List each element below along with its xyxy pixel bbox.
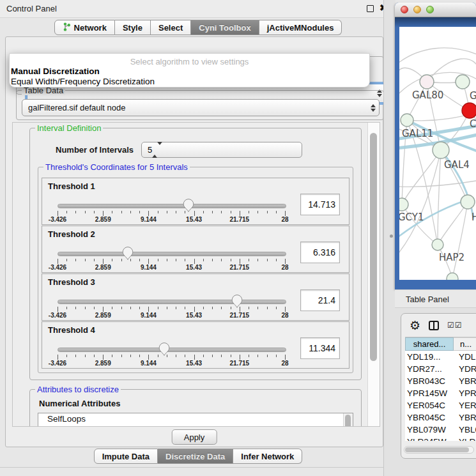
slider-track[interactable] bbox=[58, 204, 286, 208]
table-cell[interactable]: YLR345W bbox=[405, 437, 454, 441]
network-window-titlebar[interactable] bbox=[395, 3, 476, 17]
attributes-group-title: Attributes to discretize bbox=[35, 385, 121, 394]
apply-button[interactable]: Apply bbox=[172, 429, 217, 445]
network-node-gcy1[interactable] bbox=[399, 198, 408, 211]
table-row[interactable]: YBR045CYBR0... bbox=[405, 411, 476, 424]
table-cell[interactable]: YBL0... bbox=[454, 425, 476, 434]
tab-style[interactable]: Style bbox=[115, 20, 151, 35]
table-row[interactable]: YBR043CYBR0... bbox=[405, 375, 476, 387]
slider-thumb[interactable] bbox=[122, 247, 134, 260]
slider-thumb[interactable] bbox=[158, 342, 170, 356]
tab-cyni-toolbox[interactable]: Cyni Toolbox bbox=[191, 20, 259, 35]
network-node-gal80[interactable] bbox=[420, 75, 434, 89]
table-row[interactable]: YDL19...YDL1... bbox=[405, 351, 476, 363]
attribute-item-selfloops[interactable]: SelfLoops bbox=[38, 413, 353, 425]
columns-icon[interactable] bbox=[429, 321, 439, 330]
slider-tick bbox=[103, 307, 104, 312]
table-row[interactable]: YER054CYER0... bbox=[405, 399, 476, 411]
table-data-combobox[interactable]: galFiltered.sif default node bbox=[22, 99, 380, 116]
float-icon[interactable] bbox=[367, 5, 374, 12]
table-cell[interactable]: YER0... bbox=[454, 401, 476, 410]
slider-tick bbox=[94, 259, 95, 261]
slider-tick-label: 15.43 bbox=[186, 312, 202, 319]
slider-thumb[interactable] bbox=[231, 295, 243, 308]
threshold-value-field[interactable]: 6.316 bbox=[300, 242, 340, 263]
network-node-gal11[interactable] bbox=[401, 114, 413, 127]
threshold-box-2: Threshold 2-3.4262.8599.14415.4321.71528… bbox=[42, 226, 349, 273]
table-hscrollbar-thumb[interactable] bbox=[405, 447, 469, 452]
checkboxes-icon[interactable]: ☑☑ bbox=[447, 321, 463, 330]
threshold-value-field[interactable]: 21.4 bbox=[300, 289, 340, 311]
numerical-attributes-list[interactable]: SelfLoopsTopologicalCoefficientBetweenne… bbox=[38, 413, 353, 426]
number-of-intervals-combobox[interactable]: 5 bbox=[141, 142, 302, 158]
attribute-item-topologicalcoefficient[interactable]: TopologicalCoefficient bbox=[38, 425, 353, 426]
slider-tick-label: 9.144 bbox=[141, 264, 157, 271]
slider-tick bbox=[257, 259, 258, 261]
main-scrollbar-thumb[interactable] bbox=[370, 133, 377, 361]
network-node[interactable] bbox=[447, 273, 458, 280]
tab-select[interactable]: Select bbox=[151, 20, 191, 35]
table-cell[interactable]: YDR27... bbox=[405, 364, 454, 374]
slider-tick bbox=[103, 211, 104, 216]
table-row[interactable]: YDR27...YDR2... bbox=[405, 363, 476, 375]
mac-zoom-button[interactable] bbox=[426, 6, 434, 13]
node-label: GCY1 bbox=[399, 211, 424, 223]
table-cell[interactable]: YDR2... bbox=[454, 364, 476, 374]
list-scrollbar[interactable] bbox=[343, 413, 353, 426]
main-scrollbar[interactable] bbox=[367, 123, 380, 426]
table-cell[interactable]: YER054C bbox=[405, 401, 454, 410]
tab-jactivemnodules[interactable]: jActiveMNodules bbox=[259, 20, 342, 35]
mac-close-button[interactable] bbox=[401, 6, 408, 13]
network-canvas[interactable]: GAL80GACGAL11GAL4GCY1HHAP2 bbox=[399, 27, 476, 280]
gear-icon[interactable]: ⚙ bbox=[410, 319, 420, 332]
column-header-2[interactable]: n... bbox=[454, 337, 476, 351]
table-cell[interactable]: YLR3... bbox=[454, 437, 476, 441]
table-cell[interactable]: YPR1... bbox=[454, 388, 476, 398]
slider-tick bbox=[58, 355, 58, 360]
slider-track[interactable] bbox=[58, 348, 286, 352]
tab-network[interactable]: Network bbox=[54, 20, 115, 35]
network-node-c[interactable] bbox=[462, 103, 476, 118]
table-cell[interactable]: YBR045C bbox=[405, 413, 454, 422]
threshold-value-field[interactable]: 11.344 bbox=[300, 337, 340, 359]
slider-tick bbox=[148, 307, 149, 312]
table-row[interactable]: YPR145WYPR1... bbox=[405, 387, 476, 399]
network-node-hap2[interactable] bbox=[432, 239, 443, 250]
network-node-ga[interactable] bbox=[456, 75, 470, 89]
network-node-gal4[interactable] bbox=[433, 142, 449, 158]
splitter-grip[interactable] bbox=[390, 234, 393, 238]
slider-thumb[interactable] bbox=[183, 199, 194, 212]
slider-track[interactable] bbox=[58, 252, 286, 256]
table-cell[interactable]: YDL19... bbox=[405, 352, 454, 362]
interval-definition-group: Interval Definition Number of Intervals … bbox=[29, 128, 362, 380]
tab-discretize-data[interactable]: Discretize Data bbox=[158, 449, 233, 464]
table-panel: ⚙ ☑☑ shared...n... YDL19...YDL1...YDR27.… bbox=[401, 313, 476, 459]
table-row[interactable]: YLR345WYLR3... bbox=[405, 436, 476, 441]
tab-impute-data[interactable]: Impute Data bbox=[94, 449, 158, 464]
network-node-h[interactable] bbox=[461, 195, 475, 209]
algorithm-option-equal-width-frequency-discretization[interactable]: Equal Width/Frequency Discretization bbox=[10, 77, 369, 87]
slider-tick bbox=[121, 211, 122, 213]
threshold-label: Threshold 4 bbox=[48, 325, 95, 335]
table-cell[interactable]: YPR145W bbox=[405, 388, 454, 398]
table-cell[interactable]: YBR043C bbox=[405, 376, 454, 386]
table-cell[interactable]: YDL1... bbox=[454, 352, 476, 362]
slider-tick-label: 21.715 bbox=[230, 312, 250, 319]
mac-minimize-button[interactable] bbox=[413, 6, 421, 13]
tab-infer-network[interactable]: Infer Network bbox=[233, 449, 302, 464]
table-cell[interactable]: YBR0... bbox=[454, 413, 476, 422]
cyni-toolbox-panel: Discretization Algorithm Table Data galF… bbox=[5, 36, 383, 447]
threshold-value-field[interactable]: 14.713 bbox=[300, 194, 340, 215]
number-of-intervals-label: Number of Intervals bbox=[56, 145, 134, 155]
table-hscrollbar[interactable] bbox=[404, 446, 474, 454]
algorithm-option-manual-discretization[interactable]: Manual Discretization bbox=[10, 66, 369, 77]
table-row[interactable]: YBL079WYBL0... bbox=[405, 424, 476, 436]
list-scrollbar-thumb[interactable] bbox=[345, 415, 351, 426]
table-cell[interactable]: YBR0... bbox=[454, 376, 476, 386]
table-cell[interactable]: YBL079W bbox=[405, 425, 454, 434]
network-window-frame bbox=[395, 17, 476, 27]
column-header-1[interactable]: shared... bbox=[405, 337, 454, 351]
panel-splitter[interactable] bbox=[383, 0, 395, 476]
slider-tick bbox=[176, 259, 176, 261]
slider-track[interactable] bbox=[58, 300, 286, 304]
